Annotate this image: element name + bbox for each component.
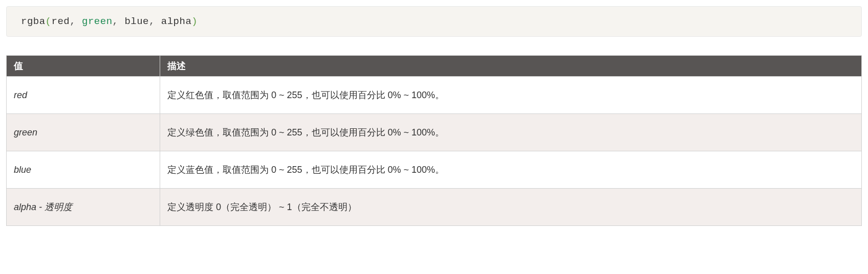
table-row: red 定义红色值，取值范围为 0 ~ 255，也可以使用百分比 0% ~ 10… (7, 77, 862, 114)
table-cell-value: alpha - 透明度 (7, 189, 160, 226)
table-row: alpha - 透明度 定义透明度 0（完全透明） ~ 1（完全不透明） (7, 189, 862, 226)
table-cell-desc: 定义蓝色值，取值范围为 0 ~ 255，也可以使用百分比 0% ~ 100%。 (160, 151, 862, 189)
code-separator: , (113, 16, 125, 27)
code-separator: , (149, 16, 161, 27)
table-header-desc: 描述 (160, 56, 862, 77)
table-row: blue 定义蓝色值，取值范围为 0 ~ 255，也可以使用百分比 0% ~ 1… (7, 151, 862, 189)
table-cell-desc: 定义绿色值，取值范围为 0 ~ 255，也可以使用百分比 0% ~ 100%。 (160, 114, 862, 151)
table-header-value: 值 (7, 56, 160, 77)
code-arg-red: red (52, 16, 70, 27)
table-cell-value: green (7, 114, 160, 151)
table-cell-value: red (7, 77, 160, 114)
table-cell-desc: 定义透明度 0（完全透明） ~ 1（完全不透明） (160, 189, 862, 226)
code-separator: , (70, 16, 82, 27)
code-arg-alpha: alpha (161, 16, 192, 27)
table-cell-desc: 定义红色值，取值范围为 0 ~ 255，也可以使用百分比 0% ~ 100%。 (160, 77, 862, 114)
code-open-paren: ( (46, 16, 52, 27)
table-cell-value: blue (7, 151, 160, 189)
code-function-name: rgba (21, 16, 46, 27)
table-header-row: 值 描述 (7, 56, 862, 77)
code-close-paren: ) (191, 16, 198, 27)
code-syntax-block: rgba(red, green, blue, alpha) (6, 6, 862, 37)
table-row: green 定义绿色值，取值范围为 0 ~ 255，也可以使用百分比 0% ~ … (7, 114, 862, 151)
parameters-table: 值 描述 red 定义红色值，取值范围为 0 ~ 255，也可以使用百分比 0%… (6, 55, 862, 226)
code-arg-green: green (82, 16, 113, 27)
code-arg-blue: blue (124, 16, 149, 27)
